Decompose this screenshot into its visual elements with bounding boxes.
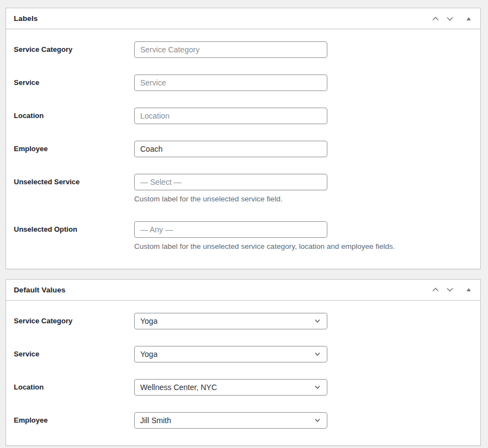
select-chevron-down-icon — [314, 383, 321, 391]
settings-page: Labels Service Category — [0, 0, 488, 446]
select-chevron-down-icon — [314, 317, 321, 325]
field-row: Location — [14, 108, 473, 124]
select-chevron-down-icon — [314, 350, 321, 358]
service-label-input[interactable] — [134, 74, 327, 91]
toggle-panel-button[interactable] — [462, 280, 476, 300]
select-value: Jill Smith — [140, 416, 171, 425]
chevron-down-icon — [445, 14, 454, 23]
location-label-input[interactable] — [134, 108, 327, 124]
field-row: Service Category — [14, 41, 473, 58]
field-label: Unselected Option — [14, 221, 134, 238]
field-row: Unselected Service Custom label for the … — [14, 174, 473, 205]
field-label: Service Category — [14, 41, 134, 58]
panel-title: Default Values — [6, 286, 73, 294]
select-value: Yoga — [140, 350, 157, 359]
triangle-up-icon — [466, 17, 471, 20]
field-help-text: Custom label for the unselected service … — [134, 194, 473, 205]
labels-panel-body: Service Category Service Location Employ… — [6, 29, 480, 252]
field-row: Service Category Yoga — [14, 313, 473, 329]
employee-label-input[interactable] — [134, 141, 327, 157]
default-location-select[interactable]: Wellness Center, NYC — [134, 379, 327, 396]
field-label: Service — [14, 74, 134, 91]
field-row: Service — [14, 74, 473, 91]
default-values-panel-header: Default Values — [6, 280, 480, 301]
service-category-label-input[interactable] — [134, 41, 327, 58]
field-row: Service Yoga — [14, 346, 473, 362]
field-label: Employee — [14, 141, 134, 157]
field-label: Service — [14, 346, 134, 362]
field-row: Unselected Option Custom label for the u… — [14, 221, 473, 252]
move-panel-up-button[interactable] — [428, 280, 443, 300]
select-chevron-down-icon — [314, 417, 321, 424]
field-label: Location — [14, 379, 134, 396]
default-service-select[interactable]: Yoga — [134, 346, 327, 362]
field-row: Employee Jill Smith — [14, 412, 473, 429]
unselected-option-label-input[interactable] — [134, 221, 327, 238]
labels-panel-header: Labels — [6, 8, 480, 29]
field-label: Employee — [14, 412, 134, 429]
default-employee-select[interactable]: Jill Smith — [134, 412, 327, 429]
default-service-category-select[interactable]: Yoga — [134, 313, 327, 329]
default-values-panel: Default Values Service Category Yoga — [6, 279, 481, 446]
chevron-down-icon — [445, 285, 454, 294]
move-panel-up-button[interactable] — [428, 9, 443, 29]
panel-handle-actions — [428, 280, 480, 300]
triangle-up-icon — [466, 288, 471, 291]
field-label: Unselected Service — [14, 174, 134, 190]
default-values-panel-body: Service Category Yoga Service Yoga — [6, 301, 480, 429]
toggle-panel-button[interactable] — [462, 9, 476, 29]
field-help-text: Custom label for the unselected service … — [134, 242, 473, 252]
panel-title: Labels — [6, 14, 45, 23]
labels-panel: Labels Service Category — [6, 8, 481, 269]
select-value: Wellness Center, NYC — [140, 383, 217, 392]
panel-handle-actions — [428, 9, 480, 29]
field-row: Employee — [14, 141, 473, 157]
select-value: Yoga — [140, 317, 157, 326]
move-panel-down-button[interactable] — [443, 280, 457, 300]
chevron-up-icon — [431, 285, 440, 294]
unselected-service-label-input[interactable] — [134, 174, 327, 190]
field-label: Location — [14, 108, 134, 124]
field-row: Location Wellness Center, NYC — [14, 379, 473, 396]
chevron-up-icon — [431, 14, 440, 23]
move-panel-down-button[interactable] — [443, 9, 457, 29]
field-label: Service Category — [14, 313, 134, 329]
